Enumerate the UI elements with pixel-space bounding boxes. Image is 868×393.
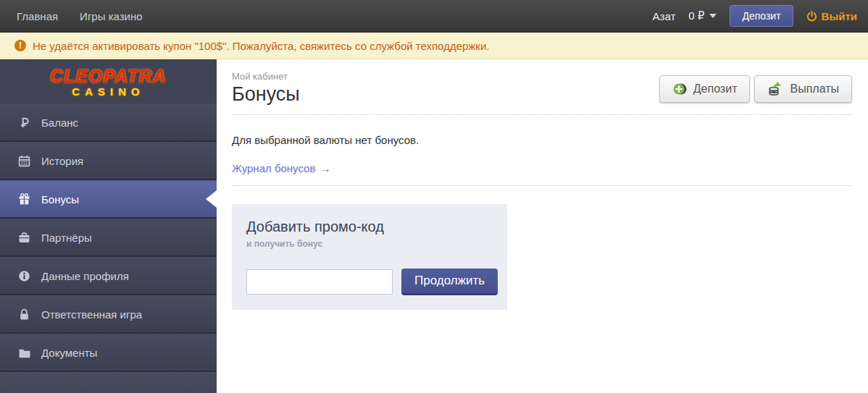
logo-cleopatra-text: CLEOPATRA <box>50 66 167 87</box>
topbar: Главная Игры казино Азат 0 ₽ Депозит Вый… <box>0 0 868 33</box>
sidebar-item-profile[interactable]: Данные профиля <box>0 257 217 295</box>
balance-dropdown[interactable]: 0 ₽ <box>688 9 717 22</box>
divider <box>232 114 852 115</box>
sidebar-item-label: Данные профиля <box>41 270 129 282</box>
bonus-journal-link[interactable]: Журнал бонусов → <box>232 162 330 174</box>
coins-arrow-icon <box>767 81 783 97</box>
sidebar-item-balance[interactable]: Баланс <box>0 103 217 142</box>
folder-icon <box>17 346 30 359</box>
deposit-button-label: Депозит <box>693 83 738 96</box>
promo-code-panel: Добавить промо-код и получить бонус Прод… <box>232 204 507 310</box>
gift-icon <box>17 193 30 206</box>
payouts-button-label: Выплаты <box>790 83 839 96</box>
sidebar-item-documents[interactable]: Документы <box>0 334 217 372</box>
empty-bonuses-message: Для выбранной валюты нет бонусов. <box>232 134 852 146</box>
sidebar-filler <box>0 372 217 393</box>
deposit-plus-icon <box>672 82 687 96</box>
logo-casino-text: CASINO <box>72 85 144 98</box>
sidebar-item-label: Документы <box>41 347 97 359</box>
sidebar-item-label: Баланс <box>41 117 78 129</box>
sidebar-item-responsible-gaming[interactable]: Ответственная игра <box>0 295 217 334</box>
alert-message: Не удаётся активировать купон "100$". По… <box>33 40 489 52</box>
ruble-icon <box>17 116 30 129</box>
promo-code-input[interactable] <box>246 269 393 295</box>
topbar-deposit-button[interactable]: Депозит <box>730 5 793 27</box>
logout-label: Выйти <box>822 10 857 22</box>
content-header: Мой кабинет Бонусы Депозит <box>232 71 852 106</box>
logout-button[interactable]: Выйти <box>806 10 857 22</box>
bonus-journal-link-label: Журнал бонусов <box>232 162 315 174</box>
sidebar-item-label: Партнёры <box>41 232 92 244</box>
topbar-nav: Главная Игры казино <box>17 10 143 22</box>
payouts-button[interactable]: Выплаты <box>754 75 852 103</box>
sidebar-item-partners[interactable]: Партнёры <box>0 219 217 257</box>
nav-home[interactable]: Главная <box>17 10 58 22</box>
promo-title: Добавить промо-код <box>246 219 493 235</box>
lock-icon <box>17 308 30 321</box>
casino-logo[interactable]: CLEOPATRA CASINO <box>0 59 217 103</box>
main-content: Мой кабинет Бонусы Депозит <box>217 59 868 393</box>
briefcase-icon <box>17 231 30 244</box>
username: Азат <box>653 10 676 22</box>
header-buttons: Депозит Выплаты <box>659 75 852 103</box>
divider <box>232 185 852 186</box>
power-icon <box>806 11 817 22</box>
arrow-right-icon: → <box>320 162 330 174</box>
sidebar-item-label: Бонусы <box>41 193 79 206</box>
breadcrumb: Мой кабинет <box>232 71 300 82</box>
sidebar-item-history[interactable]: История <box>0 142 217 180</box>
promo-form: Продолжить <box>246 269 493 295</box>
balance-value: 0 ₽ <box>688 9 704 22</box>
sidebar-item-label: Ответственная игра <box>41 308 142 321</box>
promo-submit-button[interactable]: Продолжить <box>401 269 498 295</box>
promo-subtitle: и получить бонус <box>246 239 493 249</box>
page-title: Бонусы <box>232 83 300 106</box>
nav-casino-games[interactable]: Игры казино <box>80 10 143 22</box>
deposit-button[interactable]: Депозит <box>659 75 751 103</box>
alert-banner: ! Не удаётся активировать купон "100$". … <box>0 33 868 59</box>
topbar-right: Азат 0 ₽ Депозит Выйти <box>653 5 857 27</box>
chevron-down-icon <box>709 14 717 18</box>
sidebar-item-label: История <box>41 155 83 167</box>
title-block: Мой кабинет Бонусы <box>232 71 300 106</box>
sidebar-item-bonuses[interactable]: Бонусы <box>0 180 217 219</box>
active-item-notch <box>206 190 217 208</box>
warning-icon: ! <box>14 40 26 51</box>
info-icon <box>17 269 30 282</box>
calendar-icon <box>17 154 30 167</box>
sidebar: CLEOPATRA CASINO Баланс История <box>0 59 217 393</box>
